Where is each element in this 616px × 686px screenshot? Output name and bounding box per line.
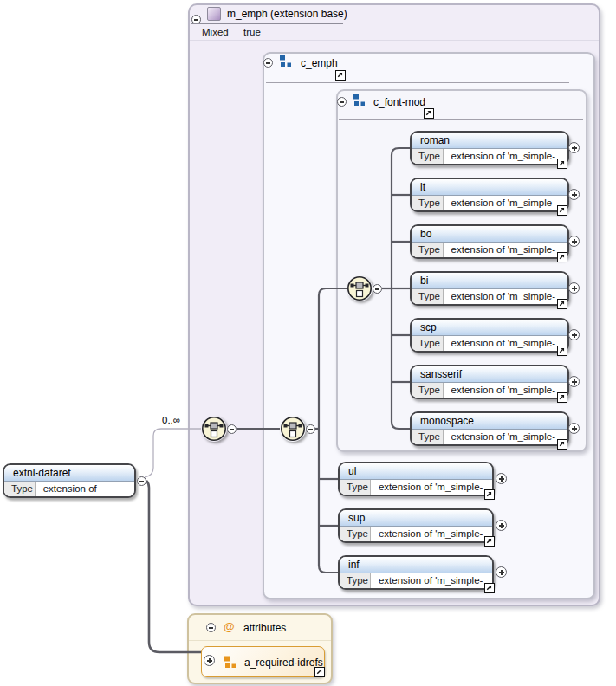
type-label: Type xyxy=(412,196,444,210)
goto-definition-icon[interactable] xyxy=(335,70,346,81)
choice-compositor-icon[interactable] xyxy=(280,416,306,442)
type-label: Type xyxy=(412,289,444,304)
goto-definition-icon[interactable] xyxy=(557,205,567,216)
expand-icon-bi[interactable] xyxy=(568,282,580,294)
choice-compositor-icon[interactable] xyxy=(347,275,373,301)
divider xyxy=(339,119,583,120)
element-box-monospace[interactable]: monospace Typeextension of 'm_simple-tex… xyxy=(410,411,569,446)
collapse-icon-c-emph[interactable] xyxy=(263,58,273,68)
expand-icon-inf[interactable] xyxy=(496,566,507,578)
element-name: roman xyxy=(412,133,567,149)
element-box-bi[interactable]: bi Typeextension of 'm_simple-text' xyxy=(410,271,569,306)
type-label: Type xyxy=(340,527,371,541)
type-value: extension of 'm_simple-text' xyxy=(371,480,492,495)
type-value: extension of 'm_simple-text' xyxy=(371,573,492,588)
mixed-value: true xyxy=(243,27,261,37)
goto-definition-icon[interactable] xyxy=(557,299,567,309)
schema-diagram-canvas: m_emph (extension base) Mixed true c_emp… xyxy=(0,0,616,686)
collapse-icon-compositor-2[interactable] xyxy=(306,424,315,434)
expand-icon-ul[interactable] xyxy=(496,473,507,484)
type-value: extension of 'm_emph' xyxy=(36,482,134,496)
element-name: inf xyxy=(340,557,492,573)
c-emph-label: c_emph xyxy=(301,57,338,69)
element-box-sup[interactable]: sup Typeextension of 'm_simple-text' xyxy=(338,508,494,543)
expand-icon-monospace[interactable] xyxy=(568,423,580,434)
element-box-ul[interactable]: ul Typeextension of 'm_simple-text' xyxy=(338,462,494,496)
collapse-icon-compositor-1[interactable] xyxy=(227,424,237,434)
multiplicity-label: 0..∞ xyxy=(162,415,180,425)
type-label: Type xyxy=(412,383,444,398)
choice-compositor-icon[interactable] xyxy=(201,416,227,442)
goto-definition-icon[interactable] xyxy=(484,489,495,500)
goto-definition-icon[interactable] xyxy=(424,108,434,119)
collapse-icon-compositor-3[interactable] xyxy=(373,284,382,294)
element-name: it xyxy=(412,179,567,196)
element-box-it[interactable]: it Typeextension of 'm_simple-text' xyxy=(410,178,569,212)
type-value: extension of 'm_simple-text' xyxy=(444,383,567,398)
type-label: Type xyxy=(412,149,444,164)
type-label: Type xyxy=(412,336,444,351)
element-name: scp xyxy=(412,320,567,336)
element-box-extnl-dataref[interactable]: extnl-dataref Type extension of 'm_emph' xyxy=(3,463,136,498)
element-name: bi xyxy=(412,273,567,289)
type-value: extension of 'm_simple-text' xyxy=(444,336,567,351)
collapse-icon-attributes[interactable] xyxy=(206,623,216,632)
attributes-icon: @ xyxy=(224,620,235,633)
attribute-group-icon xyxy=(224,656,237,671)
element-name: ul xyxy=(340,463,492,480)
type-value: extension of 'm_simple-text' xyxy=(444,196,567,210)
expand-icon-it[interactable] xyxy=(568,189,580,200)
divider xyxy=(190,40,599,41)
expand-icon-a-required-idrefs[interactable] xyxy=(204,655,215,666)
goto-definition-icon[interactable] xyxy=(557,439,567,450)
complex-type-icon xyxy=(207,7,221,21)
element-name: sansserif xyxy=(412,366,567,383)
expand-icon-bo[interactable] xyxy=(568,236,580,247)
goto-definition-icon[interactable] xyxy=(314,667,325,677)
type-value: extension of 'm_simple-text' xyxy=(444,149,567,164)
goto-definition-icon[interactable] xyxy=(557,159,567,169)
expand-icon-scp[interactable] xyxy=(568,329,580,340)
divider xyxy=(266,82,569,83)
divider xyxy=(237,25,237,39)
element-box-sansserif[interactable]: sansserif Typeextension of 'm_simple-tex… xyxy=(410,365,569,399)
element-name: monospace xyxy=(412,413,567,430)
goto-definition-icon[interactable] xyxy=(557,346,567,356)
divider xyxy=(189,640,331,641)
type-value: extension of 'm_simple-text' xyxy=(371,527,492,541)
goto-definition-icon[interactable] xyxy=(557,392,567,403)
type-label: Type xyxy=(412,430,444,444)
type-value: extension of 'm_simple-text' xyxy=(444,289,567,304)
element-box-inf[interactable]: inf Typeextension of 'm_simple-text' xyxy=(338,555,494,590)
attributes-title: attributes xyxy=(243,622,286,634)
type-label: Type xyxy=(412,243,444,257)
c-font-mod-label: c_font-mod xyxy=(373,96,425,108)
expand-icon-sup[interactable] xyxy=(496,520,507,531)
type-label: Type xyxy=(4,482,36,496)
element-name: sup xyxy=(340,510,492,527)
goto-definition-icon[interactable] xyxy=(557,252,567,262)
element-box-scp[interactable]: scp Typeextension of 'm_simple-text' xyxy=(410,318,569,353)
divider xyxy=(191,23,343,24)
element-box-roman[interactable]: roman Typeextension of 'm_simple-text' xyxy=(410,131,569,165)
model-group-icon xyxy=(353,94,366,109)
mixed-label: Mixed xyxy=(202,27,229,37)
model-group-icon xyxy=(279,55,292,70)
collapse-icon-extnl-dataref[interactable] xyxy=(137,476,146,486)
goto-definition-icon[interactable] xyxy=(484,583,495,593)
type-value: extension of 'm_simple-text' xyxy=(444,243,567,257)
type-label: Type xyxy=(340,573,371,588)
element-box-bo[interactable]: bo Typeextension of 'm_simple-text' xyxy=(410,224,569,259)
m-emph-title: m_emph (extension base) xyxy=(227,8,347,20)
expand-icon-roman[interactable] xyxy=(568,142,580,153)
expand-icon-sansserif[interactable] xyxy=(568,376,580,387)
goto-definition-icon[interactable] xyxy=(484,536,495,547)
type-value: extension of 'm_simple-text' xyxy=(444,430,567,444)
collapse-icon-c-font-mod[interactable] xyxy=(337,97,347,107)
element-name: bo xyxy=(412,226,567,243)
element-name: extnl-dataref xyxy=(4,465,134,482)
type-label: Type xyxy=(340,480,371,495)
attribute-group-name: a_required-idrefs xyxy=(244,657,323,669)
